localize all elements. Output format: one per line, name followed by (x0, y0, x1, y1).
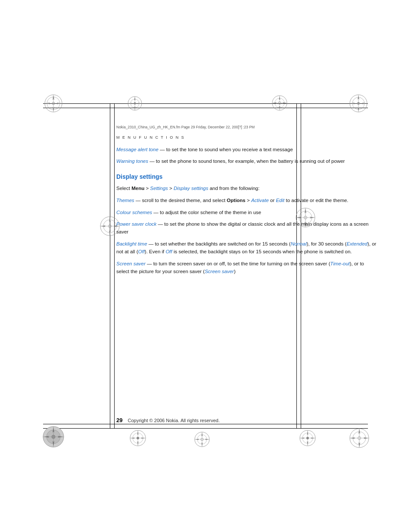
themes-para: Themes — scroll to the desired theme, an… (116, 196, 377, 204)
backlight-time-link[interactable]: Backlight time (116, 241, 147, 246)
warning-tones-link[interactable]: Warning tones (116, 159, 149, 164)
compass-top-right (349, 94, 368, 113)
top-rule-1 (43, 103, 368, 104)
compass-top-left: N (44, 94, 63, 113)
footer-area: 29 Copyright © 2006 Nokia. All rights re… (116, 417, 377, 423)
top-rule-2 (43, 108, 368, 108)
page-number: 29 (116, 417, 122, 423)
power-saver-clock-para: Power saver clock — to set the phone to … (116, 220, 377, 236)
edit-link[interactable]: Edit (276, 198, 284, 203)
compass-top-center-left (127, 96, 143, 111)
colour-schemes-para: Colour schemes — to adjust the color sch… (116, 208, 377, 216)
main-content: Nokia_2310_China_UG_zh_HK_EN.fm Page 29 … (116, 125, 377, 532)
colour-schemes-link[interactable]: Colour schemes (116, 210, 152, 215)
activate-link[interactable]: Activate (251, 198, 269, 203)
screen-saver-link[interactable]: Screen saver (116, 261, 146, 266)
display-settings-link[interactable]: Display settings (174, 186, 209, 191)
display-settings-heading: Display settings (116, 173, 377, 180)
display-intro-para: Select Menu > Settings > Display setting… (116, 184, 377, 192)
settings-link[interactable]: Settings (150, 186, 168, 191)
screen-saver-option-link[interactable]: Screen saver (205, 269, 234, 274)
left-vline-1 (110, 103, 110, 429)
file-info: Nokia_2310_China_UG_zh_HK_EN.fm Page 29 … (116, 125, 377, 129)
section-label: M e n u f u n c t i o n s (116, 135, 377, 140)
compass-bot-left (42, 426, 65, 448)
left-vline-2 (114, 103, 115, 429)
normal-link[interactable]: Normal (291, 241, 307, 246)
svg-text:N: N (53, 96, 54, 98)
screen-saver-para: Screen saver — to turn the screen saver … (116, 260, 377, 276)
warning-tones-para: Warning tones — to set the phone to soun… (116, 157, 377, 165)
compass-top-center (271, 95, 288, 111)
message-alert-tone-para: Message alert tone — to set the tone to … (116, 146, 377, 153)
power-saver-clock-link[interactable]: Power saver clock (116, 221, 156, 227)
timeout-link[interactable]: Time-out (330, 261, 349, 266)
backlight-time-para: Backlight time — to set whether the back… (116, 240, 377, 256)
extended-link[interactable]: Extended (346, 241, 367, 246)
copyright: Copyright © 2006 Nokia. All rights reser… (128, 418, 220, 423)
off-link[interactable]: Off (138, 249, 145, 254)
off-link-2[interactable]: Off (165, 249, 172, 254)
themes-link[interactable]: Themes (116, 198, 134, 203)
page-container: N (0, 0, 411, 532)
message-alert-tone-link[interactable]: Message alert tone (116, 147, 160, 152)
